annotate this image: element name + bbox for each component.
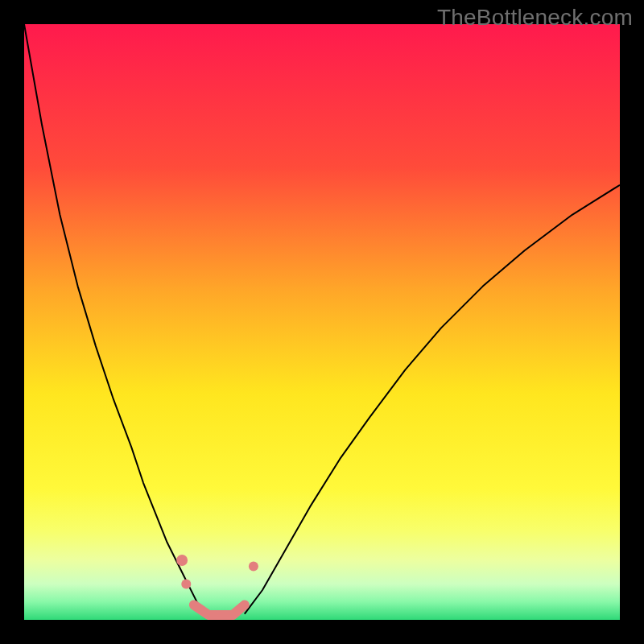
gradient-background (24, 24, 620, 620)
marker-dot (181, 580, 191, 589)
marker-dot (176, 555, 188, 566)
marker-dot (249, 561, 258, 571)
plot-area (24, 24, 620, 620)
watermark-label: TheBottleneck.com (437, 5, 633, 31)
chart-canvas (24, 24, 620, 620)
chart-frame: TheBottleneck.com (0, 0, 644, 644)
